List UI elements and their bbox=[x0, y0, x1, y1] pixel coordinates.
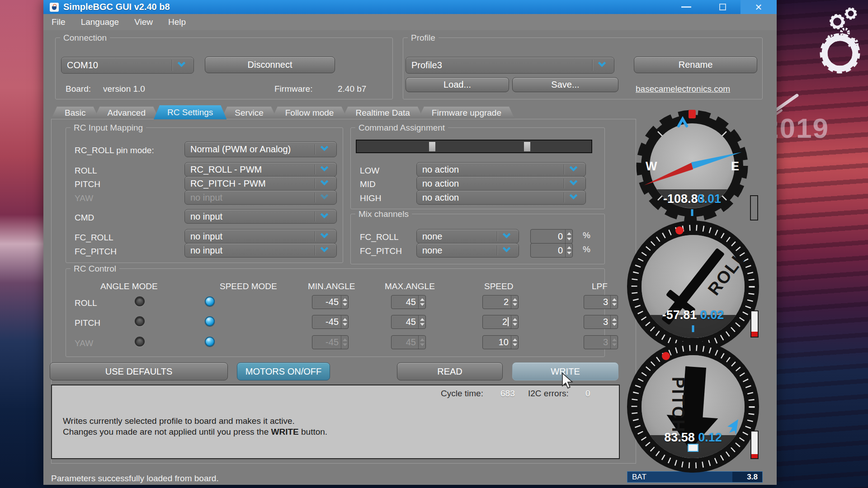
pitch-speed-spinner[interactable]: 2 bbox=[482, 315, 519, 329]
yaw-speed-spinner[interactable]: 10 bbox=[482, 335, 519, 349]
spinner-up-icon[interactable] bbox=[343, 318, 347, 321]
mix-fc-roll-select[interactable]: none bbox=[416, 229, 519, 244]
spinner-arrows[interactable] bbox=[511, 296, 518, 309]
use-defaults-button[interactable]: USE DEFAULTS bbox=[50, 362, 228, 380]
tab-advanced[interactable]: Advanced bbox=[94, 107, 159, 119]
pitch-speed-mode-radio[interactable] bbox=[205, 316, 215, 326]
roll-lpf-spinner[interactable]: 3 bbox=[584, 295, 618, 309]
tab-firmware-upgrade[interactable]: Firmware upgrade bbox=[418, 107, 515, 119]
spinner-arrows[interactable] bbox=[341, 315, 348, 328]
high-action-select[interactable]: no action bbox=[416, 190, 586, 205]
spinner-down-icon[interactable] bbox=[513, 323, 517, 326]
tab-follow-mode[interactable]: Follow mode bbox=[272, 107, 348, 119]
fc-roll-input-select[interactable]: no input bbox=[184, 229, 337, 244]
low-action-select[interactable]: no action bbox=[416, 162, 586, 177]
spinner-up-icon[interactable] bbox=[513, 338, 517, 341]
motors-onoff-button[interactable]: MOTORS ON/OFF bbox=[237, 362, 330, 380]
chevron-down-icon bbox=[177, 59, 185, 67]
spinner-arrows[interactable] bbox=[418, 296, 425, 309]
spinner-arrows[interactable] bbox=[418, 315, 425, 328]
tab-realtime-data[interactable]: Realtime Data bbox=[342, 107, 423, 119]
mix-fc-roll-amount[interactable]: 0 bbox=[530, 229, 573, 244]
spinner-arrows[interactable] bbox=[610, 315, 618, 328]
yaw-lpf-spinner: 3 bbox=[584, 335, 618, 349]
spinner-up-icon[interactable] bbox=[567, 246, 571, 249]
yaw-speed-mode-radio[interactable] bbox=[205, 337, 215, 347]
save-button[interactable]: Save... bbox=[512, 77, 618, 92]
tab-basic[interactable]: Basic bbox=[51, 107, 99, 119]
read-button[interactable]: READ bbox=[397, 362, 503, 380]
roll-angle-mode-radio[interactable] bbox=[135, 296, 145, 306]
spinner-arrows[interactable] bbox=[341, 296, 348, 309]
spinner-down-icon[interactable] bbox=[513, 343, 517, 346]
com-port-value: COM10 bbox=[67, 60, 168, 70]
menu-help[interactable]: Help bbox=[168, 17, 186, 27]
spinner-up-icon[interactable] bbox=[513, 298, 517, 301]
tab-service[interactable]: Service bbox=[221, 107, 277, 119]
profile-select[interactable]: Profile3 bbox=[406, 57, 614, 74]
pitch-lpf-spinner[interactable]: 3 bbox=[584, 315, 618, 329]
help-box: Cycle time: 683 I2C errors: 0 Writes cur… bbox=[51, 385, 620, 459]
slider-handle[interactable] bbox=[429, 142, 435, 151]
spinner-arrows[interactable] bbox=[565, 230, 572, 243]
spinner-up-icon[interactable] bbox=[420, 318, 425, 321]
spinner-down-icon[interactable] bbox=[420, 303, 425, 306]
spinner-down-icon[interactable] bbox=[612, 323, 617, 326]
menu-language[interactable]: Language bbox=[81, 17, 119, 27]
pitch-max-angle-spinner[interactable]: 45 bbox=[391, 315, 426, 329]
spinner-up-icon[interactable] bbox=[420, 298, 425, 301]
pitch-setpoint: 0.12 bbox=[698, 431, 722, 444]
roll-min-angle-spinner[interactable]: -45 bbox=[312, 295, 349, 309]
mix-fc-pitch-select[interactable]: none bbox=[416, 243, 519, 258]
yaw-angle-mode-radio[interactable] bbox=[135, 337, 145, 347]
spinner-arrows[interactable] bbox=[511, 336, 518, 349]
mid-action-select[interactable]: no action bbox=[416, 176, 586, 191]
spinner-down-icon[interactable] bbox=[612, 303, 617, 306]
spinner-down-icon[interactable] bbox=[513, 303, 517, 306]
mix-fc-pitch-amount[interactable]: 0 bbox=[530, 243, 573, 258]
spinner-arrows[interactable] bbox=[511, 315, 518, 328]
load-button[interactable]: Load... bbox=[406, 77, 509, 92]
spinner-up-icon[interactable] bbox=[612, 298, 617, 301]
spinner-up-icon[interactable] bbox=[513, 318, 517, 321]
close-button[interactable]: ✕ bbox=[741, 0, 777, 14]
spinner-up-icon[interactable] bbox=[612, 318, 617, 321]
disconnect-button[interactable]: Disconnect bbox=[205, 56, 335, 73]
slider-handle[interactable] bbox=[524, 142, 530, 151]
com-port-select[interactable]: COM10 bbox=[61, 57, 194, 74]
menu-file[interactable]: File bbox=[52, 17, 66, 27]
command-assignment-label: Command Assignment bbox=[355, 123, 448, 133]
pitch-min-angle-spinner[interactable]: -45 bbox=[312, 315, 349, 329]
command-level-slider[interactable] bbox=[356, 140, 592, 153]
maximize-button[interactable] bbox=[704, 0, 741, 14]
roll-input-select[interactable]: RC_ROLL - PWM bbox=[184, 162, 337, 177]
roll-speed-mode-radio[interactable] bbox=[205, 296, 215, 306]
menu-view[interactable]: View bbox=[134, 17, 153, 27]
pitch-input-select[interactable]: RC_PITCH - PWM bbox=[184, 176, 337, 191]
spinner-down-icon[interactable] bbox=[567, 252, 571, 254]
pitch-angle-mode-radio[interactable] bbox=[135, 316, 145, 326]
spinner-down-icon[interactable] bbox=[343, 303, 347, 306]
spinner-down-icon[interactable] bbox=[567, 238, 571, 240]
spinner-arrows[interactable] bbox=[565, 244, 572, 257]
roll-max-angle-spinner[interactable]: 45 bbox=[391, 295, 426, 309]
app-window: SimpleBGC GUI v2.40 b8 ✕ File Language V… bbox=[43, 0, 777, 485]
roll-speed-spinner[interactable]: 2 bbox=[482, 295, 519, 309]
rename-button[interactable]: Rename bbox=[634, 56, 757, 73]
pin-mode-select[interactable]: Normal (PWM or Analog) bbox=[184, 141, 337, 157]
spinner-down-icon[interactable] bbox=[420, 323, 425, 326]
basecam-link[interactable]: basecamelectronics.com bbox=[636, 84, 730, 94]
spinner-down-icon[interactable] bbox=[343, 323, 347, 326]
chevron-down-icon bbox=[320, 210, 328, 218]
spinner-down-icon bbox=[343, 343, 347, 346]
chevron-down-icon bbox=[320, 163, 328, 171]
heading-bar bbox=[750, 195, 758, 221]
spinner-up-icon[interactable] bbox=[567, 232, 571, 235]
spinner-arrows[interactable] bbox=[610, 296, 618, 309]
tab-rc-settings[interactable]: RC Settings bbox=[154, 105, 226, 119]
title-bar[interactable]: SimpleBGC GUI v2.40 b8 ✕ bbox=[43, 0, 777, 14]
minimize-button[interactable] bbox=[668, 0, 704, 14]
fc-pitch-input-select[interactable]: no input bbox=[184, 243, 337, 258]
cmd-input-select[interactable]: no input bbox=[184, 209, 337, 224]
spinner-up-icon[interactable] bbox=[343, 298, 347, 301]
